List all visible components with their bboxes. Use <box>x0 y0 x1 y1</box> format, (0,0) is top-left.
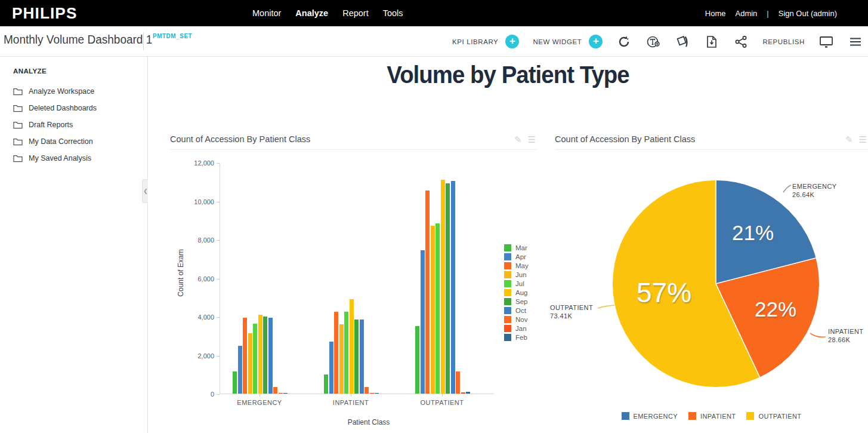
widget-menu-icon[interactable]: ☰ <box>859 135 867 145</box>
legend-item-apr[interactable]: Apr <box>504 252 529 261</box>
bar-chart-title: Count of Accession By Patient Class <box>170 134 310 144</box>
bar-inpatient-sep[interactable] <box>354 320 359 394</box>
legend-item-sep[interactable]: Sep <box>504 297 529 306</box>
home-link[interactable]: Home <box>705 9 726 18</box>
legend-item-jan[interactable]: Jan <box>504 324 529 333</box>
bar-outpatient-jan[interactable] <box>461 392 465 394</box>
philips-logo: PHILIPS <box>12 5 77 22</box>
bar-outpatient-apr[interactable] <box>421 250 425 394</box>
pie-legend-item-inpatient[interactable]: INPATIENT <box>688 412 736 420</box>
nav-item-analyze[interactable]: Analyze <box>295 8 328 18</box>
bar-inpatient-feb[interactable] <box>375 393 379 394</box>
legend-item-aug[interactable]: Aug <box>504 288 529 297</box>
edit-widget-icon[interactable]: ✎ <box>845 135 853 145</box>
bar-outpatient-oct[interactable] <box>451 181 455 394</box>
bar-emergency-jan[interactable] <box>279 393 283 394</box>
format-paint-icon[interactable] <box>675 34 690 50</box>
export-document-icon[interactable] <box>704 34 719 50</box>
legend-item-may[interactable]: May <box>504 261 529 270</box>
sidebar-item-analyze-workspace[interactable]: Analyze Workspace <box>13 83 143 100</box>
bar-inpatient-oct[interactable] <box>360 320 364 394</box>
pie-callout-outpatient: OUTPATIENT73.41K <box>550 303 593 320</box>
display-icon[interactable] <box>818 34 834 50</box>
legend-label: Jun <box>515 271 527 278</box>
folder-icon <box>13 88 23 96</box>
bar-emergency-sep[interactable] <box>263 317 267 394</box>
bar-outpatient-mar[interactable] <box>415 326 419 394</box>
sidebar-item-label: My Data Correction <box>29 137 93 146</box>
bar-inpatient-jul[interactable] <box>344 312 348 394</box>
bar-emergency-jun[interactable] <box>248 333 252 394</box>
y-tick-label: 0 <box>172 391 214 398</box>
legend-item-feb[interactable]: Feb <box>504 333 529 342</box>
legend-label: EMERGENCY <box>634 413 678 420</box>
legend-swatch <box>504 271 511 278</box>
widget-menu-icon[interactable]: ☰ <box>528 135 536 145</box>
signout-link[interactable]: Sign Out (admin) <box>779 9 837 18</box>
bar-inpatient-mar[interactable] <box>324 374 328 394</box>
nav-item-report[interactable]: Report <box>342 8 369 18</box>
menu-icon[interactable] <box>848 34 863 50</box>
legend-item-jun[interactable]: Jun <box>504 270 529 279</box>
bar-outpatient-sep[interactable] <box>446 183 450 394</box>
sidebar-item-my-saved-analysis[interactable]: My Saved Analysis <box>13 150 143 167</box>
bar-emergency-nov[interactable] <box>273 387 277 394</box>
sidebar-item-deleted-dashboards[interactable]: Deleted Dashboards <box>13 100 143 116</box>
legend-item-nov[interactable]: Nov <box>504 315 529 324</box>
dashboard-title: Monthly Volume Dashboard 1 <box>4 33 152 47</box>
bar-emergency-may[interactable] <box>243 318 247 394</box>
kpi-library-add-button[interactable]: + <box>505 35 519 48</box>
pie-percent-outpatient: 57% <box>637 277 691 309</box>
bar-inpatient-aug[interactable] <box>350 299 354 394</box>
nav-item-monitor[interactable]: Monitor <box>252 8 281 18</box>
nav-item-tools[interactable]: Tools <box>383 8 403 18</box>
legend-item-oct[interactable]: Oct <box>504 306 529 315</box>
legend-swatch <box>504 307 511 314</box>
bar-emergency-aug[interactable] <box>258 315 262 394</box>
new-widget-add-button[interactable]: + <box>589 35 603 48</box>
bar-inpatient-jan[interactable] <box>370 393 374 394</box>
bar-emergency-mar[interactable] <box>233 371 237 394</box>
share-icon[interactable] <box>733 34 749 50</box>
legend-swatch <box>504 253 511 260</box>
bar-emergency-apr[interactable] <box>238 346 242 394</box>
pie-chart-title: Count of Accession By Patient Class <box>555 134 695 144</box>
bar-chart-widget: Count of Accession By Patient Class ✎ ☰ … <box>170 133 537 433</box>
bar-chart-legend: MarAprMayJunJulAugSepOctNovJanFeb <box>504 243 529 342</box>
folder-icon <box>13 105 23 112</box>
bar-outpatient-nov[interactable] <box>456 371 460 394</box>
bar-inpatient-nov[interactable] <box>365 387 369 394</box>
x-category-label: EMERGENCY <box>224 399 295 406</box>
pie-legend-item-emergency[interactable]: EMERGENCY <box>622 412 678 420</box>
bar-outpatient-may[interactable] <box>425 191 430 394</box>
admin-link[interactable]: Admin <box>735 9 757 18</box>
republish-button[interactable]: REPUBLISH <box>762 38 805 45</box>
legend-swatch <box>504 289 511 296</box>
session-nav: Home Admin | Sign Out (admin) <box>705 0 837 26</box>
bar-outpatient-feb[interactable] <box>466 392 470 394</box>
legend-item-mar[interactable]: Mar <box>504 243 529 252</box>
add-text-icon[interactable] <box>645 34 661 50</box>
callout-label: INPATIENT <box>828 327 863 336</box>
refresh-icon[interactable] <box>616 34 632 50</box>
dashboard-canvas: Volume by Patient Type Count of Accessio… <box>148 57 868 433</box>
bar-inpatient-jun[interactable] <box>339 324 344 394</box>
pie-legend-item-outpatient[interactable]: OUTPATIENT <box>746 412 801 420</box>
dataset-tag[interactable]: PMTDM_SET <box>153 33 192 39</box>
sidebar-item-my-data-correction[interactable]: My Data Correction <box>13 133 143 150</box>
bar-outpatient-jun[interactable] <box>431 226 435 394</box>
bar-inpatient-may[interactable] <box>334 312 338 394</box>
pie-callout-inpatient: INPATIENT28.66K <box>828 327 863 344</box>
pie-percent-inpatient: 22% <box>755 297 796 321</box>
legend-swatch <box>504 262 511 269</box>
legend-item-jul[interactable]: Jul <box>504 279 529 288</box>
sidebar-item-draft-reports[interactable]: Draft Reports <box>13 116 143 133</box>
edit-widget-icon[interactable]: ✎ <box>514 135 522 145</box>
bar-outpatient-jul[interactable] <box>435 223 440 394</box>
bar-outpatient-aug[interactable] <box>441 180 445 394</box>
bar-emergency-feb[interactable] <box>283 393 288 394</box>
bar-emergency-oct[interactable] <box>268 318 273 394</box>
top-app-bar: PHILIPS MonitorAnalyzeReportTools Home A… <box>0 0 868 26</box>
bar-emergency-jul[interactable] <box>253 324 257 394</box>
bar-inpatient-apr[interactable] <box>329 342 333 394</box>
